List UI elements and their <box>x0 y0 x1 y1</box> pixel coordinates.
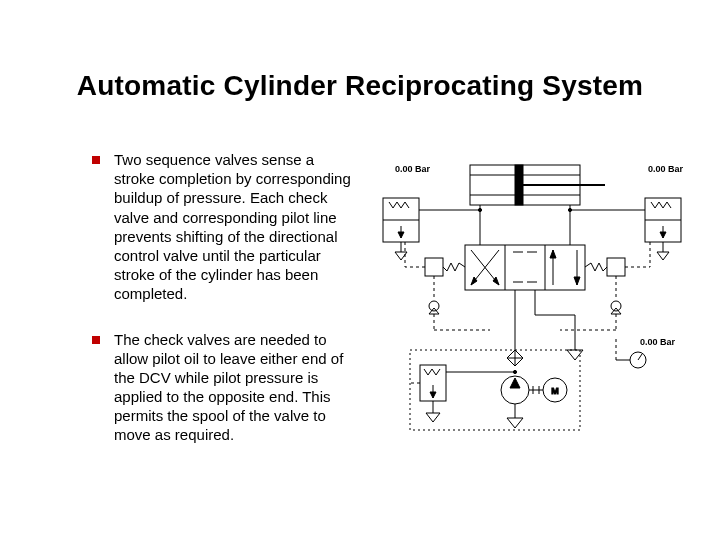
svg-marker-59 <box>430 392 436 398</box>
svg-marker-19 <box>550 250 556 258</box>
svg-marker-37 <box>660 232 666 238</box>
bullet-text: Two sequence valves sense a stroke compl… <box>114 150 352 304</box>
slide-title: Automatic Cylinder Reciprocating System <box>0 70 720 102</box>
schematic-svg: M 0.00 Bar 0.00 Bar 0.00 Bar <box>375 150 695 450</box>
svg-rect-3 <box>515 165 523 205</box>
bullet-square-icon <box>92 156 100 164</box>
svg-point-48 <box>611 301 621 311</box>
svg-line-75 <box>638 354 642 360</box>
bullet-square-icon <box>92 336 100 344</box>
list-item: Two sequence valves sense a stroke compl… <box>92 150 352 304</box>
slide: Automatic Cylinder Reciprocating System … <box>0 0 720 540</box>
list-item: The check valves are needed to allow pil… <box>92 330 352 445</box>
svg-point-40 <box>568 208 571 211</box>
pressure-label-top-left: 0.00 Bar <box>395 164 431 174</box>
svg-marker-21 <box>574 277 580 285</box>
hydraulic-schematic: M 0.00 Bar 0.00 Bar 0.00 Bar <box>375 150 695 450</box>
svg-rect-7 <box>465 245 585 290</box>
svg-point-32 <box>478 208 481 211</box>
pressure-label-right: 0.00 Bar <box>648 164 684 174</box>
svg-point-63 <box>513 370 516 373</box>
svg-marker-29 <box>398 232 404 238</box>
pressure-label-bottom-right: 0.00 Bar <box>640 337 676 347</box>
svg-text:M: M <box>551 386 559 396</box>
bullet-list: Two sequence valves sense a stroke compl… <box>92 150 352 471</box>
svg-marker-65 <box>510 378 520 388</box>
svg-rect-24 <box>607 258 625 276</box>
svg-point-43 <box>429 301 439 311</box>
bullet-text: The check valves are needed to allow pil… <box>114 330 352 445</box>
svg-rect-22 <box>425 258 443 276</box>
